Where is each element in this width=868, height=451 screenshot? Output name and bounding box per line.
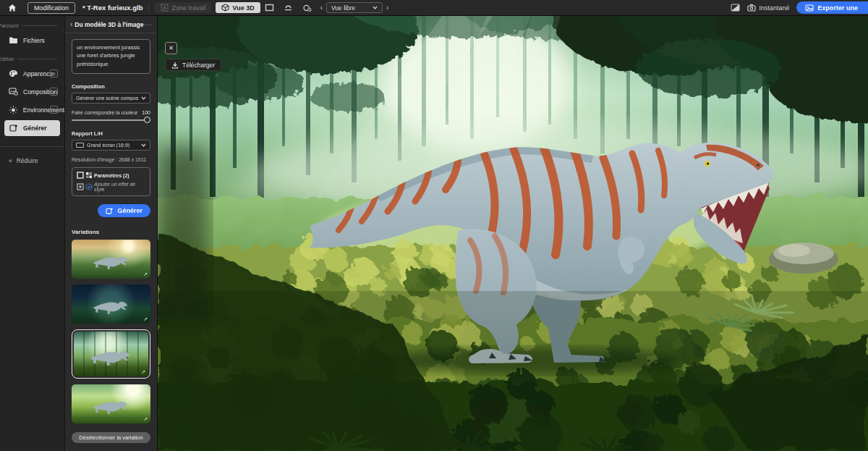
close-overlay-button[interactable]: ✕ bbox=[165, 42, 177, 54]
match-color-label: Faire correspondre la couleur bbox=[72, 110, 137, 115]
composition-icon bbox=[9, 88, 18, 96]
svg-text:A: A bbox=[163, 5, 167, 10]
sidebar-item-environnement[interactable]: Environnement E bbox=[0, 101, 64, 119]
left-sidebar: Parcourir Fichiers Edition Apparence B C… bbox=[0, 16, 65, 451]
variation-selected-border: ↗ bbox=[72, 329, 150, 379]
generate-panel: ‹ Du modèle 3D à l'image ··· un environn… bbox=[65, 16, 158, 451]
ratio-label: Rapport L/H bbox=[72, 130, 150, 137]
resolution-text: Résolution d'image : 2688 x 1511 bbox=[72, 157, 150, 162]
top-bar: Modification * T-Rex furieux.glb A Zone … bbox=[0, 0, 868, 16]
trex-silhouette bbox=[84, 343, 137, 366]
trex-jungle-scene bbox=[158, 16, 868, 451]
panel-title: Du modèle 3D à l'image bbox=[75, 21, 143, 28]
contrast-toggle-icon[interactable] bbox=[731, 4, 740, 12]
turntable-icon bbox=[284, 4, 293, 12]
export-image-button[interactable]: Exporter une bbox=[796, 1, 868, 14]
variation-thumbnail-bright-day[interactable]: ↗ bbox=[72, 384, 150, 423]
panel-menu-button[interactable]: ··· bbox=[143, 21, 152, 28]
variation-thumbnail-sunset[interactable]: ↗ bbox=[72, 240, 150, 279]
chevron-down-icon bbox=[141, 96, 146, 100]
parameters-label: Paramètres (2) bbox=[94, 173, 145, 178]
style-checker-icon bbox=[85, 172, 93, 179]
parameter-square-icon bbox=[77, 172, 84, 179]
trex-silhouette bbox=[82, 295, 139, 315]
variation-thumbnail-misty-forest[interactable]: ↗ bbox=[74, 332, 148, 376]
style-effect-label: Ajouter un effet de style bbox=[94, 182, 145, 192]
environment-sphere-icon bbox=[302, 4, 312, 12]
sun-icon bbox=[9, 106, 18, 114]
chevron-down-icon bbox=[373, 6, 378, 9]
collapse-sidebar-button[interactable]: « Réduire bbox=[0, 147, 64, 164]
modification-button[interactable]: Modification bbox=[27, 2, 75, 14]
style-check-icon bbox=[85, 183, 93, 190]
palette-icon bbox=[9, 69, 18, 77]
prompt-input[interactable]: un environnement jurassic une foret d'ar… bbox=[72, 39, 150, 74]
generate-icon bbox=[9, 124, 18, 132]
expand-icon[interactable]: ↗ bbox=[143, 271, 148, 277]
slider-track bbox=[72, 119, 150, 121]
sidebar-item-apparence[interactable]: Apparence B bbox=[0, 64, 64, 83]
download-button[interactable]: Télécharger bbox=[165, 59, 221, 71]
generate-sparkle-icon bbox=[106, 207, 114, 215]
parameters-box[interactable]: Paramètres (2) Ajouter un effet de style bbox=[72, 167, 150, 196]
sidebar-section-browse: Parcourir bbox=[0, 23, 64, 28]
chevron-down-icon bbox=[141, 143, 146, 147]
snapshot-button[interactable]: Instantané bbox=[747, 4, 789, 12]
sidebar-item-generer[interactable]: Générer bbox=[4, 120, 60, 136]
deselect-variation-button[interactable]: Désélectionner la variation bbox=[72, 432, 150, 443]
panel-header: ‹ Du modèle 3D à l'image ··· bbox=[65, 16, 157, 33]
view-dropdown[interactable]: Vue libre bbox=[326, 2, 383, 13]
camera-icon bbox=[747, 4, 756, 12]
back-button[interactable]: ‹ bbox=[70, 20, 72, 28]
ratio-dropdown[interactable]: Grand écran (16:9) bbox=[72, 140, 150, 151]
expand-icon[interactable]: ↗ bbox=[143, 316, 148, 322]
sidebar-item-composition[interactable]: Composition V bbox=[0, 83, 64, 101]
turntable-button[interactable] bbox=[279, 4, 298, 12]
variations-label: Variations bbox=[72, 229, 150, 235]
download-icon bbox=[171, 62, 179, 69]
export-image-icon bbox=[805, 4, 814, 12]
match-color-value: 100 bbox=[142, 110, 150, 115]
divider bbox=[148, 3, 149, 13]
home-button[interactable] bbox=[0, 4, 25, 12]
composition-dropdown[interactable]: Générer une scène composite bbox=[72, 93, 150, 104]
cube-3d-icon bbox=[221, 4, 229, 12]
composition-label: Composition bbox=[72, 83, 150, 90]
frame-tool-button[interactable] bbox=[260, 4, 279, 12]
folder-icon bbox=[9, 36, 18, 44]
generate-button[interactable]: Générer bbox=[98, 204, 150, 217]
home-icon bbox=[8, 4, 17, 12]
render-settings-button[interactable] bbox=[298, 4, 317, 12]
match-color-slider[interactable] bbox=[72, 117, 150, 124]
viewport-3d[interactable]: ✕ Télécharger bbox=[158, 16, 868, 451]
frame-icon bbox=[265, 4, 274, 12]
variation-thumbnail-night[interactable]: ↗ bbox=[72, 284, 150, 324]
sidebar-section-edit: Edition bbox=[0, 56, 64, 62]
scene-vignette bbox=[158, 291, 868, 451]
trex-silhouette bbox=[82, 395, 139, 415]
next-view-button[interactable]: › bbox=[383, 4, 392, 12]
document-title: * T-Rex furieux.glb bbox=[82, 4, 142, 12]
trex-silhouette bbox=[82, 250, 139, 270]
sidebar-item-fichiers[interactable]: Fichiers bbox=[0, 31, 64, 49]
expand-icon[interactable]: ↗ bbox=[141, 369, 145, 375]
prev-view-button[interactable]: ‹ bbox=[317, 4, 326, 12]
workspace-icon: A bbox=[161, 4, 169, 12]
widescreen-ratio-icon bbox=[76, 143, 84, 148]
slider-knob[interactable] bbox=[144, 117, 150, 123]
tab-3d-view[interactable]: Vue 3D bbox=[216, 2, 260, 13]
parameter-dot-icon bbox=[77, 183, 84, 190]
collapse-icon: « bbox=[9, 157, 12, 164]
expand-icon[interactable]: ↗ bbox=[143, 416, 148, 422]
tab-workspace[interactable]: A Zone travail bbox=[155, 2, 211, 13]
